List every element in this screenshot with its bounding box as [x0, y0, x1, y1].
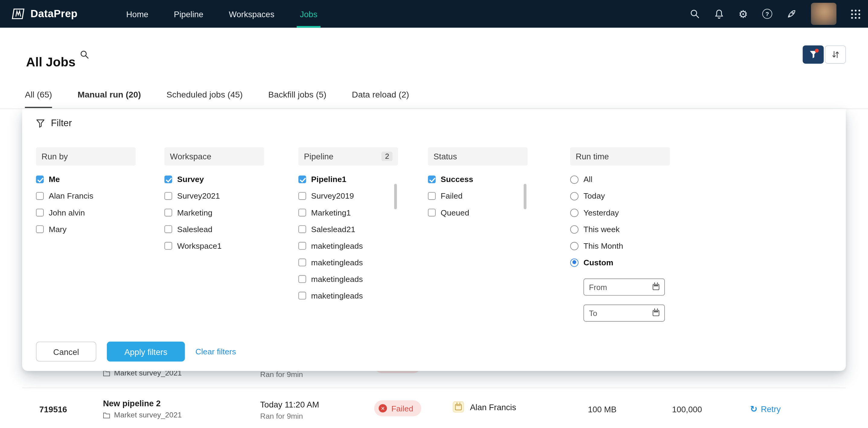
checkbox-option-john-alvin[interactable]: John alvin: [36, 204, 135, 221]
checkbox-icon[interactable]: [36, 225, 44, 233]
nav-home[interactable]: Home: [126, 0, 148, 28]
checkbox-option-maketingleads[interactable]: maketingleads: [299, 254, 398, 271]
scrollbar-thumb[interactable]: [394, 184, 397, 209]
checkbox-icon[interactable]: [299, 192, 306, 200]
apps-grid-icon[interactable]: [851, 9, 860, 19]
checkbox-option-queued[interactable]: Queued: [428, 204, 528, 221]
filter-group-run-time: Run timeAllTodayYesterdayThis weekThis M…: [570, 147, 670, 322]
checkbox-icon[interactable]: [36, 209, 44, 216]
radio-selected-icon[interactable]: [570, 258, 579, 267]
checkbox-option-me[interactable]: Me: [36, 171, 135, 188]
checkbox-checked-icon[interactable]: [428, 175, 436, 183]
pipeline-name[interactable]: New pipeline 2: [103, 399, 182, 408]
filter-group-header-run-time[interactable]: Run time: [570, 147, 670, 166]
cancel-button[interactable]: Cancel: [36, 342, 96, 362]
filter-group-pipeline: Pipeline2Pipeline1Survey2019Marketing1Sa…: [299, 147, 398, 304]
nav-workspaces[interactable]: Workspaces: [229, 0, 274, 28]
settings-gear-icon[interactable]: [739, 8, 748, 19]
to-date-field[interactable]: [589, 309, 650, 317]
checkbox-icon[interactable]: [164, 209, 172, 216]
to-date-input[interactable]: [583, 305, 665, 322]
radio-icon[interactable]: [570, 175, 579, 184]
user-avatar[interactable]: [811, 3, 836, 25]
checkbox-icon[interactable]: [164, 242, 172, 250]
calendar-icon[interactable]: [653, 310, 659, 316]
brand[interactable]: DataPrep: [11, 7, 78, 21]
checkbox-option-saleslead21[interactable]: Saleslead21: [299, 221, 398, 238]
apply-filters-button[interactable]: Apply filters: [107, 342, 185, 362]
brand-name: DataPrep: [30, 8, 78, 20]
tab-backfill-jobs[interactable]: Backfill jobs (5): [268, 90, 327, 108]
nav-pipeline[interactable]: Pipeline: [174, 0, 204, 28]
checkbox-icon[interactable]: [36, 192, 44, 200]
from-date-field[interactable]: [589, 282, 650, 291]
checkbox-option-maketingleads[interactable]: maketingleads: [299, 287, 398, 304]
checkbox-option-saleslead[interactable]: Saleslead: [164, 221, 264, 238]
job-id: 719516: [39, 405, 67, 414]
checkbox-checked-icon[interactable]: [36, 175, 44, 183]
checkbox-option-marketing[interactable]: Marketing: [164, 204, 264, 221]
checkbox-icon[interactable]: [299, 242, 306, 250]
checkbox-icon[interactable]: [428, 192, 436, 200]
radio-icon[interactable]: [570, 209, 579, 217]
clear-filters-link[interactable]: Clear filters: [195, 347, 236, 356]
checkbox-option-survey2021[interactable]: Survey2021: [164, 188, 264, 204]
checkbox-icon[interactable]: [164, 225, 172, 233]
tab-scheduled-jobs[interactable]: Scheduled jobs (45): [166, 90, 243, 108]
checkbox-checked-icon[interactable]: [299, 175, 306, 183]
checkbox-icon[interactable]: [299, 292, 306, 300]
radio-option-yesterday[interactable]: Yesterday: [570, 204, 670, 221]
from-date-input[interactable]: [583, 279, 665, 296]
workspace-folder-icon: [103, 412, 110, 418]
checkbox-icon[interactable]: [299, 209, 306, 216]
tab-data-reload[interactable]: Data reload (2): [352, 90, 409, 108]
table-row[interactable]: 719516 New pipeline 2 Market survey_2021…: [0, 388, 868, 428]
search-icon[interactable]: [690, 9, 700, 19]
checkbox-icon[interactable]: [164, 192, 172, 200]
scrollbar-thumb[interactable]: [524, 184, 526, 209]
filter-group-run-by: Run byMeAlan FrancisJohn alvinMary: [36, 147, 135, 238]
radio-icon[interactable]: [570, 242, 579, 250]
checkbox-option-alan-francis[interactable]: Alan Francis: [36, 188, 135, 204]
checkbox-option-survey2019[interactable]: Survey2019: [299, 188, 398, 204]
jobs-search-icon[interactable]: [80, 50, 89, 62]
nav-jobs[interactable]: Jobs: [300, 0, 317, 28]
radio-option-this-week[interactable]: This week: [570, 221, 670, 238]
checkbox-checked-icon[interactable]: [164, 175, 172, 183]
checkbox-option-failed[interactable]: Failed: [428, 188, 528, 204]
radio-icon[interactable]: [570, 192, 579, 201]
radio-option-today[interactable]: Today: [570, 188, 670, 204]
radio-option-this-month[interactable]: This Month: [570, 238, 670, 254]
option-label: Me: [49, 175, 60, 184]
filter-toggle-button[interactable]: [803, 45, 824, 64]
retry-link[interactable]: Retry: [750, 403, 780, 414]
tab-manual-run[interactable]: Manual run (20): [78, 90, 141, 108]
checkbox-option-marketing1[interactable]: Marketing1: [299, 204, 398, 221]
calendar-icon[interactable]: [653, 284, 659, 290]
notifications-bell-icon[interactable]: [714, 8, 724, 19]
checkbox-icon[interactable]: [299, 275, 306, 283]
filter-group-header-pipeline[interactable]: Pipeline2: [299, 147, 398, 166]
checkbox-icon[interactable]: [428, 209, 436, 216]
filter-group-header-status[interactable]: Status: [428, 147, 528, 166]
whats-new-rocket-icon[interactable]: [786, 9, 797, 19]
filter-group-header-workspace[interactable]: Workspace: [164, 147, 264, 166]
checkbox-option-workspace1[interactable]: Workspace1: [164, 238, 264, 254]
sort-button[interactable]: [825, 45, 846, 64]
checkbox-icon[interactable]: [299, 225, 306, 233]
checkbox-option-mary[interactable]: Mary: [36, 221, 135, 238]
radio-icon[interactable]: [570, 225, 579, 234]
option-label: Saleslead21: [311, 225, 355, 234]
checkbox-icon[interactable]: [299, 259, 306, 267]
radio-option-custom[interactable]: Custom: [570, 254, 670, 271]
help-icon[interactable]: [763, 9, 772, 19]
filter-group-header-run-by[interactable]: Run by: [36, 147, 135, 166]
checkbox-option-maketingleads[interactable]: maketingleads: [299, 271, 398, 287]
checkbox-option-maketingleads[interactable]: maketingleads: [299, 238, 398, 254]
tab-all[interactable]: All (65): [25, 90, 52, 108]
checkbox-option-survey[interactable]: Survey: [164, 171, 264, 188]
checkbox-option-pipeline1[interactable]: Pipeline1: [299, 171, 398, 188]
checkbox-option-success[interactable]: Success: [428, 171, 528, 188]
radio-option-all[interactable]: All: [570, 171, 670, 188]
workspace-name: Market survey_2021: [114, 411, 182, 419]
